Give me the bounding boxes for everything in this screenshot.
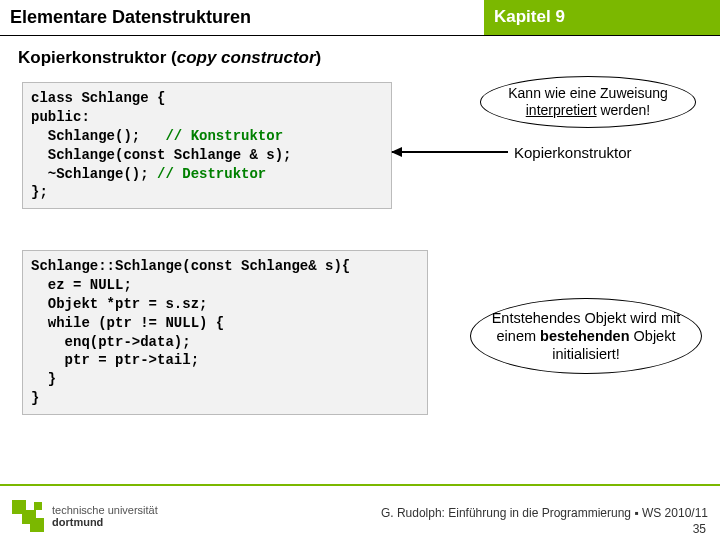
slide-footer: technische universität dortmund G. Rudol… (0, 484, 720, 540)
arrow-label: Kopierkonstruktor (514, 144, 632, 161)
code-block-declaration: class Schlange { public: Schlange(); // … (22, 82, 392, 209)
logo-text: technische universität dortmund (52, 504, 158, 528)
arrow-icon (392, 151, 508, 153)
tu-logo-icon (12, 500, 44, 532)
header-title-right: Kapitel 9 (484, 0, 720, 35)
code-block-definition: Schlange::Schlange(const Schlange& s){ e… (22, 250, 428, 415)
code-comment: // Konstruktor (165, 128, 283, 144)
section-heading-close: ) (316, 48, 322, 67)
page-number: 35 (693, 522, 706, 536)
callout-interpret: Kann wie eine Zuweisung interpretiert we… (480, 76, 696, 128)
footer-credit: G. Rudolph: Einführung in die Programmie… (381, 506, 708, 520)
section-heading: Kopierkonstruktor (copy constructor) (0, 36, 720, 82)
header-title-left: Elementare Datenstrukturen (0, 0, 484, 35)
callout-initialize: Entstehendes Objekt wird mit einem beste… (470, 298, 702, 374)
code-comment: // Destruktor (157, 166, 266, 182)
section-heading-italic: copy constructor (177, 48, 316, 67)
university-logo: technische universität dortmund (12, 500, 158, 532)
slide-header: Elementare Datenstrukturen Kapitel 9 (0, 0, 720, 36)
section-heading-text: Kopierkonstruktor ( (18, 48, 177, 67)
